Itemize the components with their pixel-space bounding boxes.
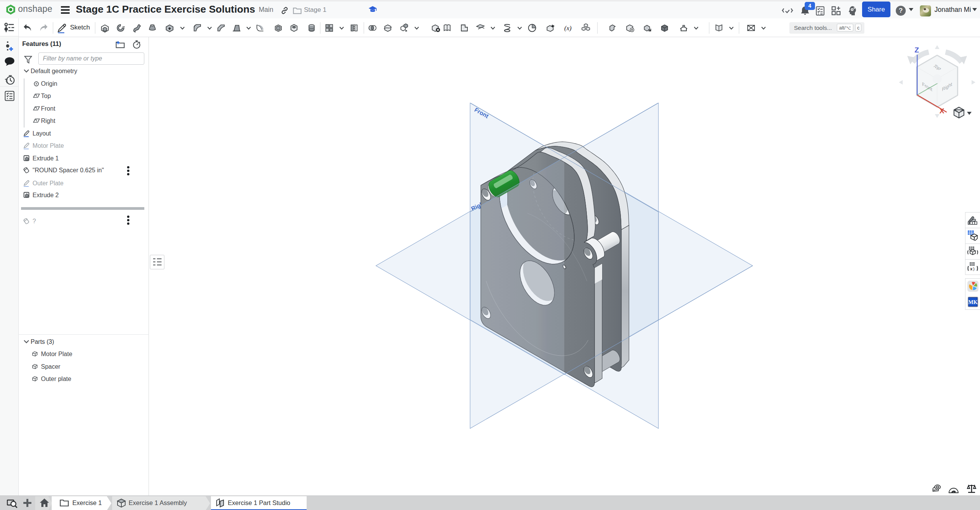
svg-text:(x): (x): [564, 25, 572, 32]
svg-text:X: X: [939, 107, 944, 115]
svg-text:Z: Z: [915, 46, 919, 54]
svg-text:MK: MK: [968, 299, 977, 305]
svg-text:): ): [973, 266, 975, 271]
svg-text:x: x: [970, 266, 973, 271]
